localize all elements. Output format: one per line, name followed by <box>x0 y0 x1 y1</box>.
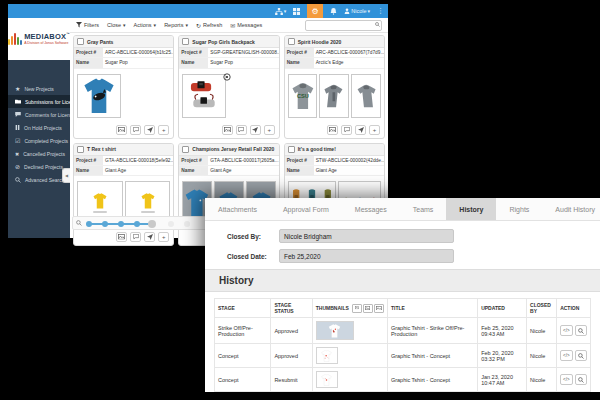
send-button[interactable] <box>144 232 155 242</box>
send-button[interactable] <box>355 125 366 135</box>
project-card: Gray Pants Project #ARC-ABCLICE-000064(b… <box>73 35 174 139</box>
thumbnail-view-button[interactable] <box>116 232 127 242</box>
artwork-thumbnail[interactable] <box>319 74 349 118</box>
paper-plane-icon <box>358 127 364 133</box>
sidebar-item-advanced-search[interactable]: Advanced Search ⚙ <box>8 173 70 186</box>
artwork-thumbnail[interactable] <box>182 74 226 118</box>
close-menu-button[interactable]: Close▾ <box>107 22 126 28</box>
comments-button[interactable] <box>236 125 247 135</box>
comments-button[interactable] <box>130 125 141 135</box>
filters-button[interactable]: Filters <box>76 22 99 28</box>
property-name: Arctic's Edge <box>314 58 384 67</box>
search-plus-icon <box>578 328 584 334</box>
card-checkbox[interactable] <box>77 38 84 45</box>
card-checkbox[interactable] <box>77 146 84 153</box>
preview-action-button[interactable] <box>575 325 587 336</box>
apps-grid-icon <box>293 8 300 15</box>
updated-cell: Feb 20, 2020 03:32 PM <box>478 344 527 368</box>
tab-attachments[interactable]: Attachments <box>205 198 270 220</box>
project-number: GTA-ABCLICE-000017(2605a... <box>208 156 278 165</box>
add-button[interactable]: + <box>369 125 380 135</box>
zoom-handle[interactable] <box>148 220 156 228</box>
image-icon <box>224 127 231 133</box>
add-button[interactable]: + <box>158 125 169 135</box>
code-action-button[interactable]: </> <box>560 374 572 385</box>
thumb-size-large-button[interactable] <box>374 304 384 313</box>
card-checkbox[interactable] <box>288 38 295 45</box>
history-thumbnail[interactable] <box>316 347 338 364</box>
code-action-button[interactable]: </> <box>560 350 572 361</box>
image-icon <box>355 306 359 309</box>
comments-button[interactable] <box>341 125 352 135</box>
tab-audit-history[interactable]: Audit History <box>542 198 600 220</box>
history-thumbnail[interactable] <box>316 321 354 340</box>
comments-button[interactable] <box>130 232 141 242</box>
add-button[interactable]: + <box>158 232 169 242</box>
thumb-size-medium-button[interactable] <box>363 304 373 313</box>
preview-action-button[interactable] <box>575 374 587 385</box>
zoom-step[interactable] <box>134 221 140 227</box>
app-logo[interactable]: MEDIABOX™ A Division of Jonas Software <box>8 18 70 60</box>
tab-history[interactable]: History <box>446 198 496 220</box>
project-number: GTA-ABCLICE-000018(5efe92... <box>103 156 173 165</box>
zoom-track[interactable] <box>86 218 214 228</box>
sidebar-item-new-projects[interactable]: ★ New Projects <box>8 82 70 95</box>
overflow-menu-button[interactable]: ⋮ <box>377 7 384 15</box>
zoom-step[interactable] <box>168 221 174 227</box>
reports-menu-button[interactable]: Reports▾ <box>164 22 188 28</box>
artwork-thumbnail[interactable] <box>351 74 381 118</box>
project-number: STW-ABCLICE-000002(42dde... <box>314 156 384 165</box>
user-menu-button[interactable]: Nicole ▾ <box>344 8 370 14</box>
tab-teams[interactable]: Teams <box>400 198 447 220</box>
preview-action-button[interactable] <box>575 350 587 361</box>
sidebar-item-completed-projects[interactable]: ☑ Completed Projects <box>8 134 70 147</box>
thumbnail-view-button[interactable] <box>222 125 233 135</box>
search-input[interactable] <box>305 20 382 31</box>
apps-grid-button[interactable] <box>293 8 300 15</box>
check-square-icon: ☑ <box>15 137 20 144</box>
settings-button[interactable]: ⚙ <box>307 4 323 18</box>
sidebar-item-cancelled-projects[interactable]: ✖ Cancelled Projects <box>8 147 70 160</box>
thumb-size-small-button[interactable] <box>352 304 362 313</box>
tab-rights[interactable]: Rights <box>496 198 542 220</box>
thumbnail-view-button[interactable] <box>116 125 127 135</box>
sidebar-item-submissions-for-licensor[interactable]: Submissions for Licensor <box>8 95 70 108</box>
sidebar-item-declined-projects[interactable]: ⊘ Declined Projects <box>8 160 70 173</box>
send-button[interactable] <box>144 125 155 135</box>
col-action: ACTION <box>557 299 591 318</box>
messages-button[interactable]: ✉ Messages <box>230 22 262 29</box>
card-checkbox[interactable] <box>182 146 189 153</box>
sidebar-item-on-hold-projects[interactable]: On Hold Projects <box>8 121 70 134</box>
zoom-step[interactable] <box>102 221 108 227</box>
add-button[interactable]: + <box>264 125 275 135</box>
thumbnail-view-button[interactable] <box>327 125 338 135</box>
zoom-step[interactable] <box>184 221 190 227</box>
actions-menu-button[interactable]: Actions▾ <box>134 22 157 28</box>
property-name: Sugar Pop <box>103 58 173 67</box>
card-checkbox[interactable] <box>288 146 295 153</box>
tab-messages[interactable]: Messages <box>342 198 400 220</box>
detail-tabs: Attachments Approval Form Messages Teams… <box>205 198 600 221</box>
zoom-step[interactable] <box>118 221 124 227</box>
image-icon <box>118 234 125 240</box>
chevron-down-icon: ▾ <box>123 23 126 28</box>
artwork-thumbnail[interactable] <box>77 74 121 118</box>
artwork-thumbnail[interactable]: CSU <box>288 74 318 118</box>
refresh-button[interactable]: ↻ Refresh <box>196 22 222 29</box>
send-button[interactable] <box>250 125 261 135</box>
search-plus-icon <box>578 353 584 359</box>
code-action-button[interactable]: </> <box>560 325 572 336</box>
card-title: Spirit Hoodie 2020 <box>298 39 342 45</box>
filter-icon <box>76 22 82 28</box>
sitemap-menu-button[interactable]: ▾ <box>275 8 287 15</box>
card-checkbox[interactable] <box>182 38 189 45</box>
notifications-button[interactable] <box>330 8 337 15</box>
logo-bars-icon <box>8 33 22 45</box>
tab-approval-form[interactable]: Approval Form <box>270 198 342 220</box>
history-thumbnail[interactable] <box>316 371 338 388</box>
zoom-out-icon[interactable] <box>76 220 82 226</box>
sidebar-collapse-handle[interactable]: ◀ <box>62 168 70 183</box>
col-updated: UPDATED <box>478 299 527 318</box>
zoom-step[interactable] <box>86 221 92 227</box>
sidebar-item-comments-for-licensee[interactable]: Comments for Licensee <box>8 108 70 121</box>
